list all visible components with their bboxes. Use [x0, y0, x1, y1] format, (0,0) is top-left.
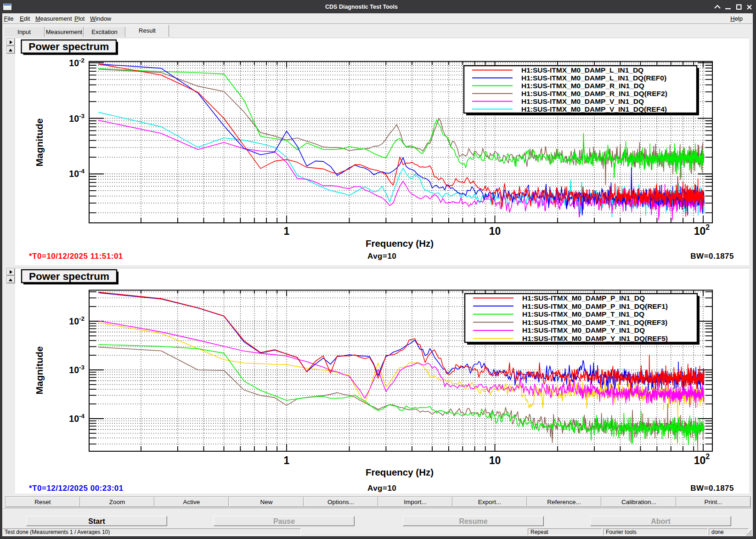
svg-text:*T0=12/12/2025 00:23:01: *T0=12/12/2025 00:23:01: [29, 484, 124, 493]
svg-text:H1:SUS-ITMX_M0_DAMP_P_IN1_DQ(R: H1:SUS-ITMX_M0_DAMP_P_IN1_DQ(REF1): [522, 302, 668, 310]
svg-text:H1:SUS-ITMX_M0_DAMP_T_IN1_DQ(R: H1:SUS-ITMX_M0_DAMP_T_IN1_DQ(REF3): [522, 318, 667, 326]
svg-text:10-3: 10-3: [69, 364, 85, 375]
svg-text:10: 10: [489, 225, 501, 237]
svg-text:H1:SUS-ITMX_M0_DAMP_R_IN1_DQ(R: H1:SUS-ITMX_M0_DAMP_R_IN1_DQ(REF2): [521, 90, 667, 97]
svg-text:Frequency (Hz): Frequency (Hz): [366, 238, 434, 249]
svg-text:102: 102: [694, 453, 710, 466]
svg-text:BW=0.1875: BW=0.1875: [690, 252, 734, 261]
svg-text:1: 1: [284, 225, 290, 237]
svg-text:H1:SUS-ITMX_M0_DAMP_V_IN1_DQ: H1:SUS-ITMX_M0_DAMP_V_IN1_DQ: [521, 97, 644, 105]
svg-text:10: 10: [489, 454, 501, 466]
svg-text:Frequency (Hz): Frequency (Hz): [366, 467, 434, 477]
svg-text:H1:SUS-ITMX_M0_DAMP_V_IN1_DQ(R: H1:SUS-ITMX_M0_DAMP_V_IN1_DQ(REF4): [521, 105, 667, 113]
svg-text:Avg=10: Avg=10: [367, 484, 396, 493]
svg-text:H1:SUS-ITMX_M0_DAMP_T_IN1_DQ: H1:SUS-ITMX_M0_DAMP_T_IN1_DQ: [522, 310, 644, 318]
svg-text:Avg=10: Avg=10: [367, 252, 396, 261]
svg-text:Power spectrum: Power spectrum: [28, 41, 109, 52]
svg-text:H1:SUS-ITMX_M0_DAMP_L_IN1_DQ: H1:SUS-ITMX_M0_DAMP_L_IN1_DQ: [521, 66, 643, 74]
svg-text:10-3: 10-3: [69, 113, 85, 124]
svg-text:H1:SUS-ITMX_M0_DAMP_R_IN1_DQ: H1:SUS-ITMX_M0_DAMP_R_IN1_DQ: [521, 82, 644, 90]
svg-text:1: 1: [284, 454, 290, 466]
svg-text:Power spectrum: Power spectrum: [29, 271, 109, 282]
svg-text:H1:SUS-ITMX_M0_DAMP_Y_IN1_DQ(R: H1:SUS-ITMX_M0_DAMP_Y_IN1_DQ(REF5): [522, 335, 668, 342]
svg-text:H1:SUS-ITMX_M0_DAMP_Y_IN1_DQ: H1:SUS-ITMX_M0_DAMP_Y_IN1_DQ: [522, 326, 645, 334]
svg-text:10-2: 10-2: [69, 315, 85, 326]
svg-text:Magnitude: Magnitude: [34, 119, 45, 167]
svg-text:BW=0.1875: BW=0.1875: [690, 484, 734, 493]
svg-text:H1:SUS-ITMX_M0_DAMP_P_IN1_DQ: H1:SUS-ITMX_M0_DAMP_P_IN1_DQ: [522, 294, 645, 302]
svg-text:*T0=10/12/2025 11:51:01: *T0=10/12/2025 11:51:01: [29, 252, 123, 261]
svg-text:H1:SUS-ITMX_M0_DAMP_L_IN1_DQ(R: H1:SUS-ITMX_M0_DAMP_L_IN1_DQ(REF0): [521, 74, 666, 82]
svg-text:10-4: 10-4: [69, 413, 85, 424]
svg-text:10-4: 10-4: [69, 168, 85, 179]
svg-text:10-2: 10-2: [69, 57, 85, 68]
svg-text:Magnitude: Magnitude: [34, 346, 45, 395]
svg-text:102: 102: [694, 223, 710, 237]
